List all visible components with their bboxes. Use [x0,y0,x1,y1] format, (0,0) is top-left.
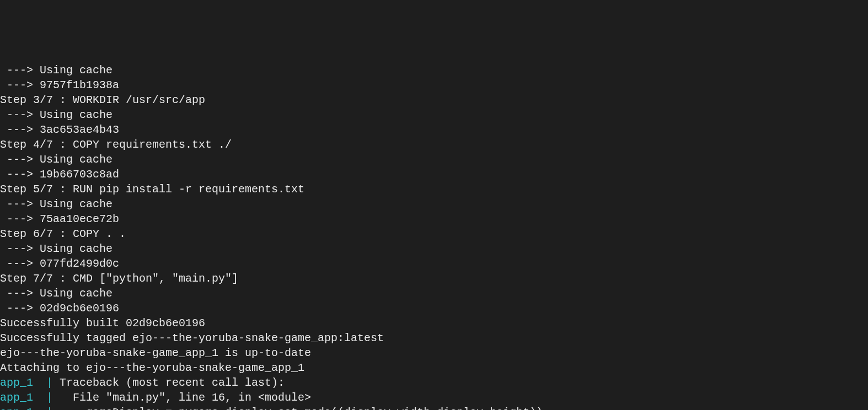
terminal-line: ---> Using cache [0,286,868,301]
terminal-text-segment: app_1 | [0,391,53,404]
terminal-line: ---> Using cache [0,241,868,256]
terminal-text-segment: ---> 19b66703c8ad [0,168,119,181]
terminal-text-segment: ---> Using cache [0,287,112,300]
terminal-text-segment: ---> 02d9cb6e0196 [0,302,119,315]
terminal-text-segment: File "main.py", line 16, in <module> [53,391,311,404]
terminal-text-segment: Successfully tagged ejo---the-yoruba-sna… [0,332,384,344]
terminal-text-segment: Traceback (most recent call last): [53,376,285,389]
terminal-text-segment: ---> 9757f1b1938a [0,79,119,91]
terminal-text-segment: ---> Using cache [0,109,112,121]
terminal-text-segment: Step 4/7 : COPY requirements.txt ./ [0,138,232,151]
terminal-line: Attaching to ejo---the-yoruba-snake-game… [0,360,868,375]
terminal-text-segment: Successfully built 02d9cb6e0196 [0,317,205,330]
terminal-line: ---> 19b66703c8ad [0,167,868,182]
terminal-line: ---> Using cache [0,152,868,167]
terminal-text-segment: app_1 | [0,406,53,410]
terminal-text-segment: Step 3/7 : WORKDIR /usr/src/app [0,94,205,106]
terminal-text-segment: ejo---the-yoruba-snake-game_app_1 is up-… [0,347,311,359]
terminal-text-segment: app_1 | [0,376,53,389]
terminal-line: ejo---the-yoruba-snake-game_app_1 is up-… [0,346,868,360]
terminal-text-segment: ---> Using cache [0,153,112,166]
terminal-text-segment: gameDisplay = pygame.display.set_mode((d… [53,406,543,410]
terminal-line: Step 6/7 : COPY . . [0,226,868,241]
terminal-line: ---> Using cache [0,107,868,122]
terminal-line: Successfully built 02d9cb6e0196 [0,316,868,331]
terminal-line: ---> Using cache [0,63,868,78]
terminal-text-segment: ---> 077fd2499d0c [0,257,119,270]
terminal-text-segment: Step 7/7 : CMD ["python", "main.py"] [0,272,238,285]
terminal-line: ---> 3ac653ae4b43 [0,122,868,137]
terminal-line: app_1 | Traceback (most recent call last… [0,375,868,390]
terminal-line: ---> Using cache [0,197,868,212]
terminal-text-segment: ---> Using cache [0,198,112,211]
terminal-text-segment: ---> 75aa10ece72b [0,213,119,225]
terminal-line: Step 7/7 : CMD ["python", "main.py"] [0,271,868,286]
terminal-line: ---> 02d9cb6e0196 [0,301,868,316]
terminal-line: ---> 9757f1b1938a [0,78,868,93]
terminal-output[interactable]: ---> Using cache ---> 9757f1b1938aStep 3… [0,63,868,410]
terminal-text-segment: ---> Using cache [0,64,112,77]
terminal-text-segment: ---> 3ac653ae4b43 [0,123,119,136]
terminal-line: app_1 | gameDisplay = pygame.display.set… [0,405,868,410]
terminal-line: app_1 | File "main.py", line 16, in <mod… [0,390,868,405]
terminal-text-segment: Step 5/7 : RUN pip install -r requiremen… [0,183,304,196]
terminal-line: ---> 077fd2499d0c [0,256,868,271]
terminal-text-segment: ---> Using cache [0,242,112,255]
terminal-line: Step 4/7 : COPY requirements.txt ./ [0,137,868,152]
terminal-text-segment: Step 6/7 : COPY . . [0,228,126,240]
terminal-line: ---> 75aa10ece72b [0,212,868,226]
terminal-line: Step 5/7 : RUN pip install -r requiremen… [0,182,868,197]
terminal-line: Step 3/7 : WORKDIR /usr/src/app [0,93,868,107]
terminal-line: Successfully tagged ejo---the-yoruba-sna… [0,331,868,346]
terminal-text-segment: Attaching to ejo---the-yoruba-snake-game… [0,362,304,374]
